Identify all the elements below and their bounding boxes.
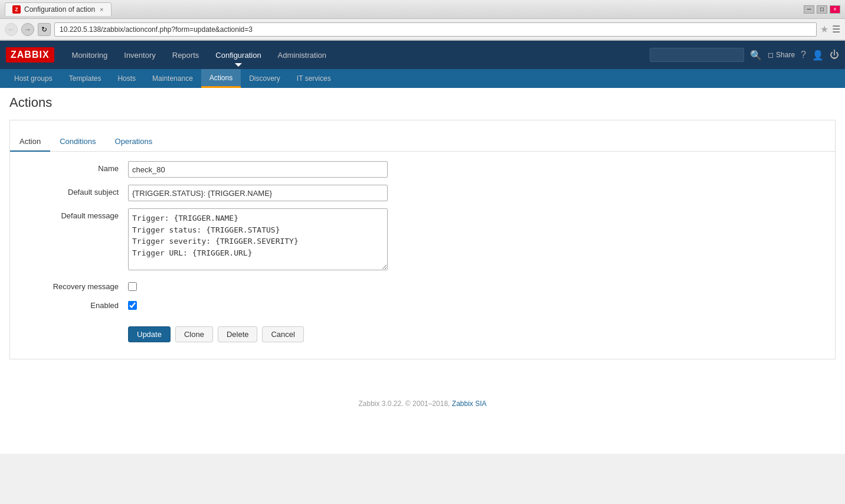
subnav-actions[interactable]: Actions: [201, 69, 241, 88]
page-content: Actions Action Conditions Operations Nam…: [0, 88, 845, 366]
search-icon[interactable]: 🔍: [750, 50, 762, 61]
subnav-hosts[interactable]: Hosts: [109, 69, 144, 88]
subnav-host-groups[interactable]: Host groups: [6, 69, 61, 88]
topnav-right: 🔍 ◻ Share ? 👤 ⏻: [650, 48, 839, 62]
cancel-button[interactable]: Cancel: [262, 326, 303, 342]
zabbix-app: ZABBIX Monitoring Inventory Reports Conf…: [0, 41, 845, 454]
share-button[interactable]: ◻ Share: [768, 51, 795, 59]
close-button[interactable]: ×: [830, 5, 840, 14]
nav-item-reports[interactable]: Reports: [164, 42, 208, 68]
footer-text: Zabbix 3.0.22. © 2001–2018,: [358, 400, 450, 408]
form-actions: Update Clone Delete Cancel: [10, 317, 835, 347]
recovery-label: Recovery message: [22, 279, 128, 291]
message-textarea-wrapper: Trigger: {TRIGGER.NAME} Trigger status: …: [128, 208, 388, 272]
browser-chrome: Z Configuration of action × ─ □ × ← → ↻ …: [0, 0, 845, 41]
menu-icon[interactable]: ☰: [832, 24, 840, 35]
name-row: Name: [10, 161, 835, 178]
form-tabs: Action Conditions Operations: [10, 132, 835, 152]
maximize-button[interactable]: □: [817, 5, 827, 14]
clone-button[interactable]: Clone: [175, 326, 213, 342]
message-row: Default message Trigger: {TRIGGER.NAME} …: [10, 208, 835, 272]
name-input[interactable]: [128, 161, 388, 178]
back-button[interactable]: ←: [5, 23, 18, 36]
refresh-button[interactable]: ↻: [38, 23, 51, 36]
browser-addressbar: ← → ↻ ★ ☰: [0, 19, 845, 40]
subject-row: Default subject: [10, 185, 835, 201]
nav-item-monitoring[interactable]: Monitoring: [64, 42, 116, 68]
nav-item-inventory[interactable]: Inventory: [116, 42, 163, 68]
subnav-templates[interactable]: Templates: [61, 69, 110, 88]
subnav-discovery[interactable]: Discovery: [241, 69, 289, 88]
minimize-button[interactable]: ─: [804, 5, 814, 14]
update-button[interactable]: Update: [128, 326, 171, 342]
name-label: Name: [22, 161, 128, 173]
top-nav-items: Monitoring Inventory Reports Configurati…: [64, 42, 650, 68]
subject-input[interactable]: [128, 185, 388, 201]
user-icon[interactable]: 👤: [812, 50, 824, 61]
help-icon[interactable]: ?: [801, 50, 806, 60]
address-bar[interactable]: [54, 22, 817, 37]
bookmark-icon[interactable]: ★: [820, 24, 828, 35]
share-label: Share: [776, 51, 795, 59]
tab-action[interactable]: Action: [10, 132, 50, 152]
search-input[interactable]: [650, 48, 744, 62]
message-label: Default message: [22, 208, 128, 220]
form-container: Action Conditions Operations Name Defaul…: [9, 120, 836, 359]
tab-favicon: Z: [12, 5, 21, 14]
tab-close-button[interactable]: ×: [100, 6, 103, 13]
subnav-it-services[interactable]: IT services: [289, 69, 339, 88]
tab-operations[interactable]: Operations: [106, 132, 162, 152]
tab-title: Configuration of action: [24, 5, 95, 14]
enabled-label: Enabled: [22, 298, 128, 310]
top-navbar: ZABBIX Monitoring Inventory Reports Conf…: [0, 41, 845, 69]
tab-conditions[interactable]: Conditions: [50, 132, 105, 152]
window-controls: ─ □ ×: [804, 5, 840, 14]
enabled-row: Enabled: [10, 298, 835, 310]
browser-tab[interactable]: Z Configuration of action ×: [5, 2, 112, 16]
nav-item-configuration[interactable]: Configuration: [207, 42, 269, 68]
delete-button[interactable]: Delete: [218, 326, 258, 342]
recovery-row: Recovery message: [10, 279, 835, 291]
share-icon: ◻: [768, 51, 774, 59]
forward-button[interactable]: →: [21, 23, 34, 36]
power-icon[interactable]: ⏻: [830, 50, 839, 60]
nav-item-administration[interactable]: Administration: [270, 42, 335, 68]
message-textarea[interactable]: Trigger: {TRIGGER.NAME} Trigger status: …: [128, 208, 388, 270]
browser-titlebar: Z Configuration of action × ─ □ ×: [0, 0, 845, 19]
footer: Zabbix 3.0.22. © 2001–2018, Zabbix SIA: [0, 390, 845, 417]
recovery-checkbox[interactable]: [128, 282, 137, 291]
footer-link[interactable]: Zabbix SIA: [452, 400, 487, 408]
enabled-checkbox[interactable]: [128, 301, 137, 310]
subnav-maintenance[interactable]: Maintenance: [144, 69, 201, 88]
zabbix-logo: ZABBIX: [6, 47, 54, 63]
subject-label: Default subject: [22, 185, 128, 197]
sub-navbar: Host groups Templates Hosts Maintenance …: [0, 69, 845, 88]
page-title: Actions: [9, 95, 836, 110]
